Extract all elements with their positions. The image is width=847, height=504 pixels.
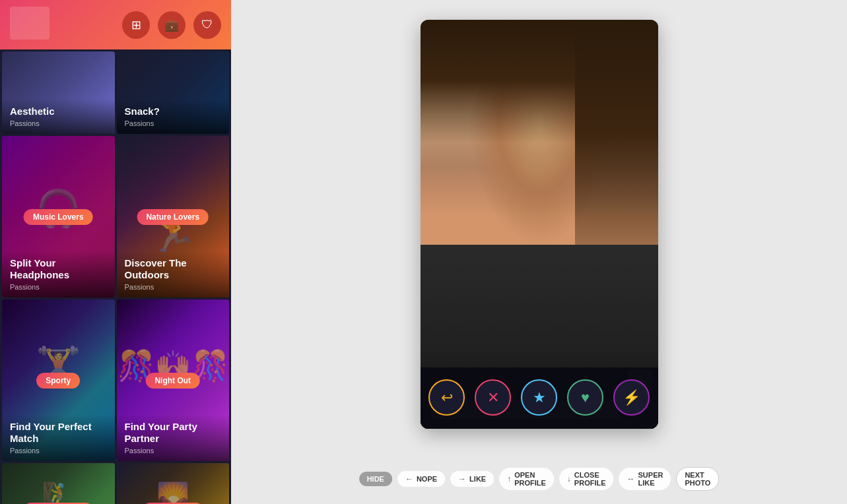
logo <box>10 7 50 40</box>
superlike-button[interactable]: ★ <box>521 379 557 416</box>
card-aesthetic-title: Aesthetic <box>10 106 107 117</box>
badge-sporty: Sporty <box>36 373 80 389</box>
cards-grid: Aesthetic Passions Snack? Passions 🎧 Mus… <box>0 49 231 504</box>
shortcuts-bar: HIDE ← NOPE → LIKE ↑ OPEN PROFILE ↓ CLOS… <box>359 467 720 491</box>
action-buttons: ↩ ✕ ★ ♥ ⚡ <box>421 367 658 429</box>
card-music-title: Split Your Headphones <box>10 257 107 281</box>
card-sporty-sub: Passions <box>10 447 107 455</box>
card-snack-title: Snack? <box>125 106 222 117</box>
card-nature[interactable]: 🏃 Nature Lovers Discover The Outdoors Pa… <box>117 136 230 298</box>
card-music[interactable]: 🎧 Music Lovers Split Your Headphones Pas… <box>2 136 115 298</box>
nope-shortcut[interactable]: ← NOPE <box>397 471 445 487</box>
briefcase-button[interactable]: 💼 <box>158 11 186 39</box>
card-nature-info: Discover The Outdoors Passions <box>117 251 230 298</box>
card-sporty[interactable]: 🏋️ Sporty Find Your Perfect Match Passio… <box>2 299 115 461</box>
boost-button[interactable]: ⚡ <box>613 379 650 416</box>
main-content: ↩ ✕ ★ ♥ ⚡ HIDE ← NOPE → LIKE ↑ OPEN PROF… <box>231 0 847 504</box>
card-aesthetic[interactable]: Aesthetic Passions <box>2 51 115 134</box>
close-profile-shortcut[interactable]: ↓ CLOSE PROFILE <box>559 468 614 490</box>
card-aesthetic-info: Aesthetic Passions <box>2 99 115 134</box>
rewind-button[interactable]: ↩ <box>428 379 465 416</box>
super-like-shortcut[interactable]: ↔ SUPER LIKE <box>619 468 671 490</box>
badge-music: Music Lovers <box>24 209 93 225</box>
nope-label: NOPE <box>417 475 437 483</box>
card-sporty-title: Find Your Perfect Match <box>10 421 107 445</box>
super-like-icon: ↔ <box>627 474 635 484</box>
close-profile-label: CLOSE PROFILE <box>574 471 606 487</box>
next-photo-label: NEXT PHOTO <box>685 471 710 487</box>
shield-button[interactable]: 🛡 <box>193 11 221 39</box>
sidebar: ⊞ 💼 🛡 Aesthetic Passions Snack? Passions… <box>0 0 231 504</box>
card-sporty-info: Find Your Perfect Match Passions <box>2 414 115 461</box>
like-label: LIKE <box>469 475 486 483</box>
card-aesthetic-sub: Passions <box>10 119 107 127</box>
card-music-info: Split Your Headphones Passions <box>2 251 115 298</box>
open-profile-label: OPEN PROFILE <box>514 471 546 487</box>
open-profile-shortcut[interactable]: ↑ OPEN PROFILE <box>499 468 554 490</box>
profile-card: ↩ ✕ ★ ♥ ⚡ <box>421 20 658 429</box>
card-wanderlust[interactable]: 🌄 Wanderlust <box>117 463 230 504</box>
card-thrill[interactable]: 🧗 Thrill Seekers <box>2 463 115 504</box>
card-nightout-info: Find Your Party Partner Passions <box>117 414 230 461</box>
nope-button[interactable]: ✕ <box>475 379 511 416</box>
super-like-label: SUPER LIKE <box>638 471 663 487</box>
card-snack-sub: Passions <box>125 119 222 127</box>
card-nightout[interactable]: 🎊🙌🎊 Night Out Find Your Party Partner Pa… <box>117 299 230 461</box>
card-nightout-sub: Passions <box>125 447 222 455</box>
like-icon: → <box>458 474 466 484</box>
card-nature-title: Discover The Outdoors <box>125 257 222 281</box>
hide-label: HIDE <box>367 475 384 483</box>
badge-nature: Nature Lovers <box>137 209 209 225</box>
open-profile-icon: ↑ <box>507 474 511 484</box>
search-stack-button[interactable]: ⊞ <box>122 11 150 39</box>
like-button[interactable]: ♥ <box>567 379 603 416</box>
card-nightout-title: Find Your Party Partner <box>125 421 222 445</box>
sidebar-header: ⊞ 💼 🛡 <box>0 0 231 49</box>
card-nature-sub: Passions <box>125 283 222 291</box>
hide-shortcut[interactable]: HIDE <box>359 472 392 486</box>
card-snack[interactable]: Snack? Passions <box>117 51 230 134</box>
card-snack-info: Snack? Passions <box>117 99 230 134</box>
badge-nightout: Night Out <box>145 373 200 389</box>
close-profile-icon: ↓ <box>567 474 571 484</box>
like-shortcut[interactable]: → LIKE <box>450 471 494 487</box>
card-music-sub: Passions <box>10 283 107 291</box>
next-photo-shortcut[interactable]: NEXT PHOTO <box>676 467 719 491</box>
nope-icon: ← <box>405 474 413 484</box>
